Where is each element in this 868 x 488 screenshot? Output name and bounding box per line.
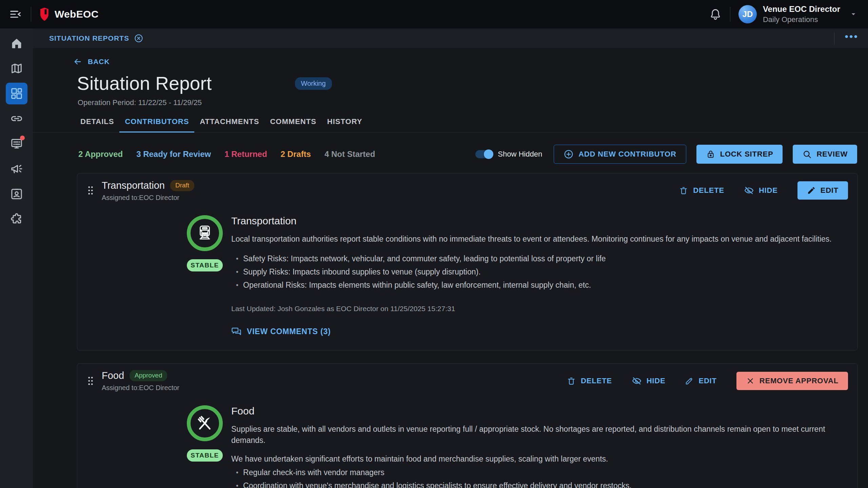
assigned-to: Assigned to:EOC Director	[102, 194, 194, 202]
app-name: WebEOC	[55, 8, 99, 20]
toggle-switch[interactable]	[475, 150, 492, 158]
card-title: Transportation	[102, 180, 165, 191]
condition-pill: STABLE	[187, 449, 223, 462]
toggle-knob	[484, 149, 493, 159]
summary-drafts: 2 Drafts	[281, 149, 311, 159]
contributor-card-food: Food Approved Assigned to:EOC Director D…	[77, 363, 858, 488]
contributors-toolbar: 2 Approved 3 Ready for Review 1 Returned…	[33, 145, 868, 164]
section-heading: Food	[231, 405, 837, 417]
sidebar-item-plugins[interactable]	[6, 208, 27, 230]
tab-details[interactable]: DETAILS	[75, 117, 119, 132]
home-icon	[10, 37, 23, 50]
topbar-divider	[730, 7, 730, 22]
menu-collapse-icon	[9, 8, 22, 21]
show-hidden-label: Show Hidden	[498, 150, 542, 159]
card-header: Food Approved Assigned to:EOC Director D…	[77, 364, 857, 396]
eye-off-icon	[744, 185, 754, 196]
main-content: SITUATION REPORTS ••• BACK	[33, 28, 868, 488]
contact-card-icon	[10, 187, 23, 201]
remove-approval-button[interactable]: REMOVE APPROVAL	[736, 372, 848, 390]
search-icon	[802, 149, 812, 159]
effort-bullet-list: Regular check-ins with vendor managers C…	[231, 467, 837, 488]
report-status-badge: Working	[295, 77, 332, 90]
eye-off-icon	[632, 376, 642, 386]
card-header: Transportation Draft Assigned to:EOC Dir…	[77, 174, 857, 206]
summary-paragraph: Supplies are stable, with all vendors an…	[231, 424, 837, 446]
left-sidebar	[0, 28, 33, 488]
transportation-status-ring	[187, 215, 223, 251]
sidebar-item-links[interactable]	[6, 108, 27, 129]
summary-approved: 2 Approved	[78, 149, 123, 159]
summary-returned: 1 Returned	[224, 149, 267, 159]
tab-contributors[interactable]: CONTRIBUTORS	[119, 117, 194, 132]
comments-icon	[231, 326, 241, 337]
collapse-menu-button[interactable]	[9, 8, 22, 21]
delete-button[interactable]: DELETE	[567, 376, 612, 386]
hide-button[interactable]: HIDE	[744, 185, 778, 196]
x-icon	[746, 377, 755, 385]
delete-button[interactable]: DELETE	[679, 186, 724, 195]
link-icon	[10, 112, 23, 125]
workspace-divider	[834, 32, 834, 44]
bullet-item: Supply Risks: Impacts inbound supplies t…	[236, 266, 837, 278]
view-comments-button[interactable]: VIEW COMMENTS (3)	[231, 326, 331, 337]
map-icon	[10, 62, 23, 75]
summary-ready-for-review: 3 Ready for Review	[136, 149, 211, 159]
risk-bullet-list: Safety Risks: Impacts network, vehicular…	[231, 253, 837, 290]
bullet-item: Operational Risks: Impacts elements with…	[236, 280, 837, 291]
sidebar-item-boards[interactable]	[6, 83, 27, 104]
tab-history[interactable]: HISTORY	[322, 117, 368, 132]
notification-dot	[20, 136, 25, 140]
workspace-tab-label: SITUATION REPORTS	[49, 34, 129, 42]
last-updated: Last Updated: Josh Gonzales as EOC Direc…	[231, 305, 837, 313]
lock-sitrep-button[interactable]: LOCK SITREP	[696, 145, 783, 164]
tab-comments[interactable]: COMMENTS	[264, 117, 321, 132]
lock-icon	[706, 149, 715, 159]
food-status-ring	[187, 405, 223, 441]
pencil-icon	[807, 186, 816, 195]
workspace-tab-situation-reports[interactable]: SITUATION REPORTS	[49, 34, 143, 43]
bullet-item: Regular check-ins with vendor managers	[236, 467, 837, 478]
chevron-down-icon	[849, 10, 858, 19]
boards-grid-icon	[10, 87, 23, 100]
sidebar-item-maps[interactable]	[6, 58, 27, 79]
top-bar: WebEOC JD Venue EOC Director Daily Opera…	[0, 0, 868, 28]
close-circle-icon[interactable]	[134, 34, 143, 43]
condition-pill: STABLE	[187, 259, 223, 271]
notifications-bell-button[interactable]	[709, 8, 722, 21]
edit-button[interactable]: EDIT	[797, 181, 848, 200]
section-heading: Transportation	[231, 215, 837, 227]
drag-handle-icon[interactable]	[86, 376, 95, 386]
sidebar-item-home[interactable]	[6, 33, 27, 54]
tab-attachments[interactable]: ATTACHMENTS	[194, 117, 264, 132]
contributor-card-transportation: Transportation Draft Assigned to:EOC Dir…	[77, 173, 858, 350]
assigned-to: Assigned to:EOC Director	[102, 384, 179, 392]
summary-paragraph: We have undertaken significant efforts t…	[231, 453, 837, 465]
add-new-contributor-button[interactable]: ADD NEW CONTRIBUTOR	[554, 145, 686, 164]
trash-icon	[567, 376, 576, 386]
arrow-left-icon	[73, 57, 82, 66]
user-role: Daily Operations	[763, 15, 840, 24]
fork-knife-icon	[195, 414, 214, 433]
sidebar-item-contacts[interactable]	[6, 183, 27, 205]
show-hidden-toggle[interactable]: Show Hidden	[475, 150, 542, 159]
megaphone-icon	[10, 162, 23, 176]
operation-period: Operation Period: 11/22/25 - 11/29/25	[78, 98, 868, 107]
puzzle-icon	[10, 212, 23, 226]
user-menu[interactable]: JD Venue EOC Director Daily Operations	[738, 4, 858, 24]
edit-button[interactable]: EDIT	[685, 377, 716, 385]
trash-icon	[679, 186, 688, 195]
webeoc-app: WebEOC JD Venue EOC Director Daily Opera…	[0, 0, 868, 488]
sidebar-item-incident-panel[interactable]	[6, 133, 27, 155]
avatar: JD	[738, 5, 757, 23]
review-button[interactable]: REVIEW	[793, 145, 857, 164]
status-summary: 2 Approved 3 Ready for Review 1 Returned…	[78, 149, 375, 159]
drag-handle-icon[interactable]	[86, 185, 95, 196]
card-title: Food	[102, 370, 124, 382]
more-options-button[interactable]: •••	[845, 34, 859, 43]
plus-circle-icon	[564, 149, 574, 159]
bullet-item: Coordination with venue's merchandise an…	[236, 480, 837, 488]
back-button[interactable]: BACK	[73, 57, 110, 66]
hide-button[interactable]: HIDE	[632, 376, 666, 386]
sidebar-item-broadcast[interactable]	[6, 158, 27, 180]
